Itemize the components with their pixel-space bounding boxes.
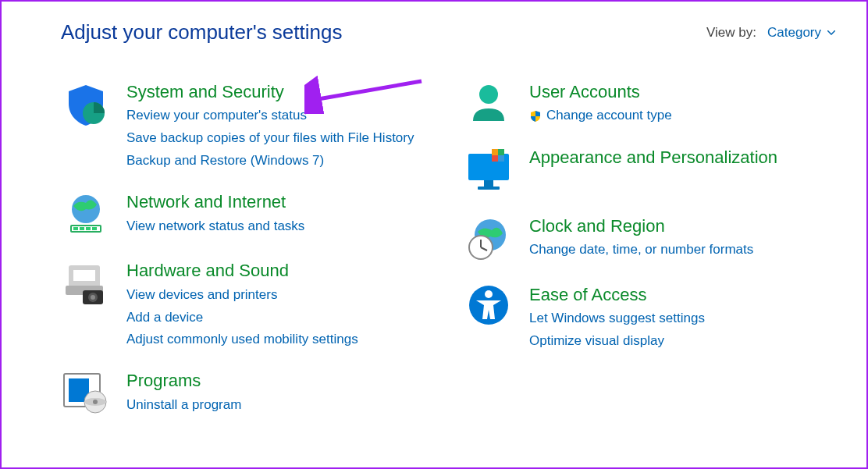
svg-rect-26 <box>498 155 504 162</box>
shield-icon <box>61 82 111 129</box>
category-clock-region: Clock and Region Change date, time, or n… <box>464 216 835 263</box>
svg-point-32 <box>485 290 493 298</box>
category-hardware-sound: Hardware and Sound View devices and prin… <box>61 261 432 349</box>
svg-point-19 <box>479 85 498 104</box>
clock-globe-icon <box>464 216 514 263</box>
printer-camera-icon <box>61 261 111 307</box>
svg-point-18 <box>93 400 98 404</box>
category-network-internet: Network and Internet View network status… <box>61 192 432 239</box>
category-title-clock-region[interactable]: Clock and Region <box>529 216 665 236</box>
svg-point-13 <box>91 295 95 300</box>
category-title-appearance[interactable]: Appearance and Personalization <box>529 147 777 168</box>
svg-rect-4 <box>73 227 78 230</box>
user-icon <box>464 82 514 126</box>
accessibility-icon <box>464 285 514 325</box>
link-file-history[interactable]: Save backup copies of your files with Fi… <box>126 130 432 147</box>
monitor-icon <box>464 147 514 194</box>
view-by-label: View by: <box>706 25 756 41</box>
svg-rect-22 <box>478 187 500 190</box>
right-column: User Accounts Change account type <box>464 82 835 414</box>
svg-rect-25 <box>492 155 498 162</box>
category-title-system-security[interactable]: System and Security <box>126 82 284 102</box>
link-backup-restore[interactable]: Backup and Restore (Windows 7) <box>126 152 432 170</box>
link-uninstall-program[interactable]: Uninstall a program <box>126 396 432 414</box>
link-change-account-type[interactable]: Change account type <box>529 107 835 125</box>
svg-rect-23 <box>492 149 498 155</box>
programs-icon <box>61 371 111 414</box>
svg-rect-6 <box>86 227 91 230</box>
link-change-account-type-text: Change account type <box>546 107 672 125</box>
svg-rect-24 <box>498 149 504 155</box>
category-title-ease-of-access[interactable]: Ease of Access <box>529 285 646 305</box>
category-title-hardware[interactable]: Hardware and Sound <box>126 261 289 281</box>
view-by-control: View by: Category <box>706 25 835 41</box>
svg-rect-7 <box>92 227 97 230</box>
globe-icon <box>61 192 111 239</box>
categories-grid: System and Security Review your computer… <box>61 82 835 414</box>
link-suggest-settings[interactable]: Let Windows suggest settings <box>529 310 835 328</box>
view-by-value: Category <box>767 25 821 41</box>
category-system-security: System and Security Review your computer… <box>61 82 432 170</box>
category-programs: Programs Uninstall a program <box>61 371 432 414</box>
header: Adjust your computer's settings View by:… <box>61 20 835 44</box>
link-add-device[interactable]: Add a device <box>126 309 432 327</box>
category-title-programs[interactable]: Programs <box>126 371 201 391</box>
chevron-down-icon <box>827 30 835 35</box>
svg-rect-5 <box>80 227 84 230</box>
page-title: Adjust your computer's settings <box>61 20 342 44</box>
link-date-time-formats[interactable]: Change date, time, or number formats <box>529 241 835 259</box>
left-column: System and Security Review your computer… <box>61 82 432 414</box>
svg-rect-9 <box>73 270 95 281</box>
category-title-user-accounts[interactable]: User Accounts <box>529 82 640 102</box>
svg-rect-21 <box>484 180 493 187</box>
control-panel-window: Adjust your computer's settings View by:… <box>0 0 868 469</box>
uac-shield-icon <box>529 110 542 123</box>
link-devices-printers[interactable]: View devices and printers <box>126 286 432 304</box>
link-optimize-display[interactable]: Optimize visual display <box>529 332 835 350</box>
link-review-status[interactable]: Review your computer's status <box>126 107 432 125</box>
category-title-network[interactable]: Network and Internet <box>126 192 286 212</box>
link-mobility-settings[interactable]: Adjust commonly used mobility settings <box>126 331 432 349</box>
view-by-dropdown[interactable]: Category <box>767 25 835 41</box>
category-ease-of-access: Ease of Access Let Windows suggest setti… <box>464 285 835 350</box>
category-user-accounts: User Accounts Change account type <box>464 82 835 126</box>
link-network-status[interactable]: View network status and tasks <box>126 218 432 236</box>
category-appearance: Appearance and Personalization <box>464 147 835 194</box>
